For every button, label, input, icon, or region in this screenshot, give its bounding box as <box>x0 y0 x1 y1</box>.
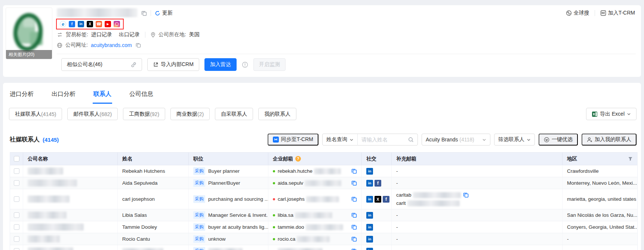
source-social-media-contacts[interactable]: 社媒联系人(4145) <box>9 108 62 120</box>
table-row[interactable]: Aida Sepulveda采购Planner/Buyeraida.sepulv… <box>10 177 637 189</box>
extra-email: - <box>396 180 398 186</box>
refresh-button[interactable]: 更新 <box>155 10 173 16</box>
name-search-input[interactable] <box>358 137 408 143</box>
website-link[interactable]: acuitybrands.com <box>91 42 132 48</box>
linkedin-icon[interactable]: in <box>366 236 373 243</box>
linkedin-icon[interactable]: in <box>366 248 373 250</box>
procurement-badge: 采购 <box>193 235 205 243</box>
phone-icon[interactable]: ☎ <box>96 21 102 27</box>
sync-to-tcrm-button[interactable]: 同步至T-CRM <box>268 134 318 146</box>
copy-email-icon[interactable] <box>463 192 469 198</box>
tab-export-analysis[interactable]: 出口分析 <box>51 88 76 104</box>
email-status-dot <box>273 226 275 228</box>
position-cell: 采购buyer at acuity brands lig... <box>189 221 268 233</box>
name-search-group: 姓名查询 <box>322 134 418 146</box>
row-checkbox[interactable] <box>14 224 19 230</box>
company-logo[interactable]: 相关图片(20) <box>6 7 52 59</box>
youtube-icon[interactable]: ▶ <box>105 21 111 27</box>
company-select-dropdown[interactable]: Acuity Brands (4118) <box>422 134 490 146</box>
export-excel-button[interactable]: 导出 Excel <box>586 108 637 120</box>
optimize-icon <box>544 137 549 143</box>
linkedin-icon[interactable]: in <box>366 168 373 175</box>
linkedin-icon[interactable]: in <box>366 224 373 231</box>
table-row[interactable]: Libia Salas采购Manager Service & Invent...… <box>10 209 637 221</box>
search-icon[interactable] <box>408 137 417 143</box>
copy-company-name-icon[interactable] <box>141 10 147 16</box>
source-self-collected-contacts[interactable]: 自采联系人 <box>215 108 253 120</box>
one-click-optimize-button[interactable]: 一键优选 <box>539 134 578 146</box>
join-radar-button[interactable]: 加入雷达 <box>204 58 237 71</box>
row-checkbox[interactable] <box>14 236 19 242</box>
copy-email-icon[interactable] <box>351 196 357 202</box>
extra-email: carltab <box>396 192 412 198</box>
select-all-checkbox[interactable] <box>14 156 19 162</box>
info-icon[interactable] <box>242 62 248 68</box>
divider <box>595 10 595 16</box>
row-checkbox[interactable] <box>14 212 19 218</box>
email-cell: carl.josephs <box>268 189 362 209</box>
facebook-icon[interactable]: f <box>69 21 75 27</box>
help-icon[interactable]: ? <box>295 156 301 162</box>
linkedin-icon[interactable]: in <box>366 180 373 187</box>
similar-companies-button[interactable]: 相似公司名(46) <box>61 58 142 71</box>
source-business-registry-data[interactable]: 工商数据(92) <box>123 108 165 120</box>
row-checkbox[interactable] <box>14 196 19 202</box>
global-search-link[interactable]: 全球搜 <box>566 10 589 16</box>
facebook-icon[interactable]: f <box>383 196 389 203</box>
company-name-cell <box>23 165 118 177</box>
extra-email: - <box>396 224 398 230</box>
import-internal-crm-button[interactable]: 导入内部CRM <box>147 58 199 71</box>
table-row[interactable]: carl josephson采购purchasing and sourcing … <box>10 189 637 209</box>
x-twitter-icon[interactable]: X <box>375 196 381 203</box>
extra-email: - <box>396 212 398 218</box>
copy-email-icon[interactable] <box>351 236 357 242</box>
company-name-cell <box>23 245 118 250</box>
source-commercial-data[interactable]: 商业数据(2) <box>170 108 210 120</box>
query-type-dropdown[interactable]: 姓名查询 <box>323 136 357 143</box>
copy-email-icon[interactable] <box>351 224 357 230</box>
social-cell: inf <box>362 177 392 189</box>
source-email-contacts[interactable]: 邮件联系人(682) <box>67 108 118 120</box>
filter-contacts-dropdown[interactable]: 筛选联系人 <box>494 134 535 146</box>
linkedin-icon[interactable]: in <box>78 21 84 27</box>
copy-email-icon[interactable] <box>351 212 357 218</box>
related-images-caption[interactable]: 相关图片(20) <box>6 50 52 59</box>
contacts-panel: 进口分析 出口分析 联系人 公司信息 社媒联系人(4145) 邮件联系人(682… <box>3 83 641 250</box>
filter-funnel-icon[interactable] <box>628 156 633 161</box>
tab-contacts[interactable]: 联系人 <box>93 88 112 104</box>
position-cell: 采购unknow <box>189 233 268 245</box>
table-row[interactable]: Rebekah Hutchens采购Buyer plannerrebekah.h… <box>10 165 637 177</box>
table-row[interactable]: 采购in- <box>10 245 637 250</box>
copy-email-icon[interactable] <box>351 248 357 250</box>
x-twitter-icon[interactable]: X <box>87 21 93 27</box>
chevron-down-icon <box>349 138 354 142</box>
linkedin-icon[interactable]: in <box>366 196 373 203</box>
join-tcrm-link[interactable]: 加入T-CRM <box>600 10 635 16</box>
social-cell: in <box>362 165 392 177</box>
copy-email-icon[interactable] <box>351 168 357 174</box>
chevron-down-icon <box>627 112 631 116</box>
facebook-icon[interactable]: f <box>375 180 381 187</box>
add-to-my-contacts-button[interactable]: 加入我的联系人 <box>582 134 637 146</box>
table-row[interactable]: Tammie Dooley采购buyer at acuity brands li… <box>10 221 637 233</box>
linkedin-icon[interactable]: in <box>366 212 373 219</box>
import-record-tag[interactable]: 进口记录 <box>91 31 112 38</box>
copy-email-icon[interactable] <box>351 180 357 186</box>
tab-import-analysis[interactable]: 进口分析 <box>9 88 34 104</box>
region-cell: Conyers, Georgia, United Stat... <box>563 221 637 233</box>
row-checkbox[interactable] <box>14 180 19 186</box>
global-search-icon <box>566 10 572 16</box>
tab-company-info[interactable]: 公司信息 <box>129 88 154 104</box>
export-record-tag[interactable]: 出口记录 <box>119 31 140 38</box>
tcrm-logo-icon <box>600 10 606 16</box>
explorer-icon[interactable]: e <box>60 21 66 27</box>
source-my-contacts[interactable]: 我的联系人 <box>258 108 296 120</box>
instagram-icon[interactable] <box>114 21 120 27</box>
row-checkbox[interactable] <box>14 248 19 250</box>
region-cell: Monterrey, Nuevo León, Mexi... <box>563 177 637 189</box>
table-row[interactable]: Rocio Cantu采购unknowrocio.cain-- <box>10 233 637 245</box>
list-title: 社媒联系人(4145) <box>10 136 59 144</box>
start-monitoring-button[interactable]: 开启监测 <box>253 58 286 71</box>
row-checkbox[interactable] <box>14 168 19 174</box>
copy-website-icon[interactable] <box>136 43 141 48</box>
